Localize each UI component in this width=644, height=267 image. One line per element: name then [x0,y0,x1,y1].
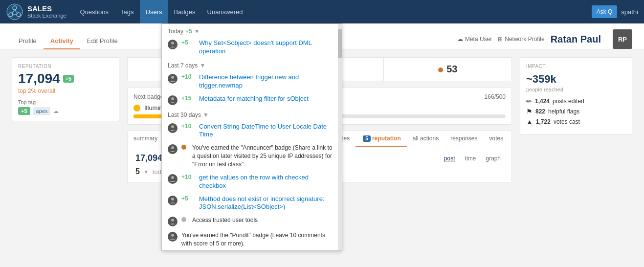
tab-profile[interactable]: Profile [12,33,44,49]
meta-user-link[interactable]: ☁ Meta User [457,36,492,43]
logo-icon [6,3,23,21]
dropdown-30days-header: Last 30 days ▼ [162,108,342,120]
impact-value: ~359k [526,73,626,86]
tag-row: +5 apex ☁ [18,107,113,115]
nav-link-questions[interactable]: Questions [74,0,115,23]
impact-stat-posts: ✏ 1,424 posts edited [526,97,626,105]
nav-link-tags[interactable]: Tags [114,0,139,23]
profile-right-area: ☁ Meta User ⊞ Network Profile Ratan Paul… [457,29,632,49]
profile-tabs: Profile Activity Edit Profile [12,33,125,49]
dropdown-item-0[interactable]: +5 Why Set<Sobject> doesn't support DML … [162,37,342,58]
dropdown-item-2[interactable]: +15 Metadata for matching filter for sOb… [162,92,342,108]
nav-link-unanswered[interactable]: Unanswered [201,0,249,23]
pencil-icon: ✏ [526,97,532,105]
tab-edit-profile[interactable]: Edit Profile [80,33,125,49]
tag-score: +5 [18,107,30,115]
rep-change-badge: +5 [63,75,74,83]
tab-activity[interactable]: Activity [44,33,80,49]
impact-label: IMPACT [526,64,626,69]
act-tab-votes[interactable]: votes [484,131,510,147]
user-avatar-icon-badge-2 [168,232,178,242]
page-wrapper: SALES Stack Exchange Questions Tags User… [0,0,644,267]
scrollbar[interactable] [338,24,342,250]
user-avatar-icon-1 [168,74,178,84]
dropdown-item-badge-1[interactable]: You've earned the "Announcer" badge (Sha… [162,141,342,171]
link-4[interactable]: get the values on the row with checked c… [199,174,336,190]
impact-stat-flags: ⚑ 822 helpful flags [526,108,626,115]
badge-text-1: You've earned the "Announcer" badge (Sha… [192,144,336,168]
dropdown-item-4[interactable]: +10 get the values on the row with check… [162,171,342,193]
user-avatar-icon-4 [168,174,178,184]
rep-view-time[interactable]: time [462,154,479,163]
badge-text-2: You've earned the "Pundit" badge (Leave … [181,231,336,248]
badge-bronze-cell: 53 [384,57,512,81]
score-5: +5 [181,195,195,202]
act-tab-responses[interactable]: responses [444,131,483,147]
scrollbar-thumb[interactable] [338,29,342,58]
ask-question-button[interactable]: Ask Q [592,5,618,18]
tag-name: apex [33,107,51,115]
user-name: Ratan Paul [551,34,601,45]
score-2: +15 [181,95,195,102]
svg-point-18 [171,176,174,179]
tag-cloud-icon: ☁ [53,108,59,114]
dropdown-item-5[interactable]: +5 Method does not exist or incorrect si… [162,193,342,214]
act-tab-summary[interactable]: summary [128,131,163,147]
rep-sub: top 2% overall [18,88,113,94]
dropdown-popup[interactable]: Today +5 ▼ +5 Why Set<Sobject> doesn't s… [161,23,342,251]
privilege-text: Access trusted user tools [192,216,258,224]
user-avatar-icon-3 [168,123,178,133]
chevron-dropdown-30days[interactable]: ▼ [203,111,209,118]
rep-view-options: post time graph [441,154,504,163]
dropdown-item-3[interactable]: +10 Convert String DateTime to User Loca… [162,120,342,142]
link-3[interactable]: Convert String DateTime to User Locale D… [199,123,336,139]
act-tab-reputation[interactable]: 5 reputation [355,131,407,147]
rep-view-graph[interactable]: graph [483,154,504,163]
score-3: +10 [181,123,195,130]
nav-user-info: spathi [621,8,638,16]
svg-point-22 [171,219,174,222]
nav-link-users[interactable]: Users [140,0,168,23]
rep-today-value: 5 [135,167,140,176]
logo-area: SALES Stack Exchange [6,3,67,21]
network-profile-link[interactable]: ⊞ Network Profile [498,36,544,43]
bronze-badge-dot [438,67,443,72]
user-avatar-icon-5 [168,196,178,205]
act-tab-all-actions[interactable]: all actions [407,131,444,147]
score-4: +10 [181,174,195,180]
svg-point-20 [171,198,174,200]
logo-text: SALES [27,5,67,13]
link-0[interactable]: Why Set<Sobject> doesn't support DML ope… [199,39,336,56]
dropdown-7days-header: Last 7 days ▼ [162,58,342,71]
svg-point-10 [171,76,174,79]
reputation-count-badge: 5 [363,135,371,142]
user-avatar-icon-2 [168,95,178,105]
link-1[interactable]: Difference between trigger.new and trigg… [199,73,336,90]
link-2[interactable]: Metadata for matching filter for sObject [199,95,309,103]
dropdown-item-badge-2[interactable]: You've earned the "Pundit" badge (Leave … [162,229,342,250]
right-panel: IMPACT ~359k people reached ✏ 1,424 post… [520,57,632,182]
link-5[interactable]: Method does not exist or incorrect signa… [199,195,336,212]
svg-point-8 [171,42,174,44]
dropdown-item-privilege[interactable]: Access trusted user tools [162,214,342,229]
network-icon: ⊞ [498,36,503,43]
score-0: +5 [181,39,195,46]
svg-point-24 [171,234,174,237]
chevron-dropdown-7days[interactable]: ▼ [200,62,205,69]
chevron-dropdown-today[interactable]: ▼ [194,28,200,35]
top-nav: SALES Stack Exchange Questions Tags User… [0,0,644,23]
score-1: +10 [181,73,195,80]
left-panel: REPUTATION 17,094 +5 top 2% overall Top … [12,57,119,182]
dropdown-item-1[interactable]: +10 Difference between trigger.new and t… [162,71,342,92]
reputation-value: 17,094 +5 [18,71,113,87]
impact-sub: people reached [526,87,626,92]
badge-illuminator-icon [133,105,140,111]
votes-icon: ▲ [526,118,533,126]
rep-view-post[interactable]: post [441,154,458,163]
top-tag-label: Top tag [18,99,113,105]
bronze-badge-inline [181,144,186,151]
nav-link-badges[interactable]: Badges [168,0,201,23]
svg-point-12 [171,97,174,100]
user-avatar-icon-priv [168,217,178,226]
next-badge-progress: 166/500 [485,93,506,100]
